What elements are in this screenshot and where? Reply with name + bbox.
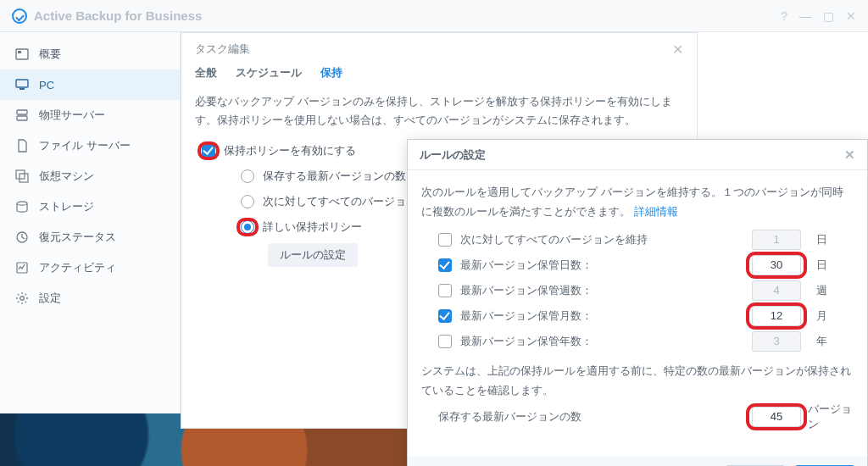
rule-unit: 日: [810, 258, 854, 273]
keep-latest-row: 保存する最新バージョンの数 45 バージョン: [421, 404, 854, 430]
rule-value-input[interactable]: 30: [752, 255, 801, 275]
maximize-icon[interactable]: ▢: [823, 9, 834, 23]
rule-value-input[interactable]: 1: [752, 230, 801, 250]
svg-rect-7: [19, 174, 28, 182]
system-note: システムは、上記の保持ルールを適用する前に、特定の数の最新バージョンが保持されて…: [421, 361, 854, 401]
modal-title: タスク編集: [195, 42, 250, 57]
rule-checkbox[interactable]: [438, 233, 452, 247]
close-icon[interactable]: ✕: [672, 42, 683, 58]
sidebar-item-activity[interactable]: アクティビティ: [0, 252, 180, 283]
task-tabs: 全般 スケジュール 保持: [181, 65, 697, 92]
svg-point-11: [20, 297, 25, 301]
activity-icon: [15, 261, 29, 275]
svg-point-8: [17, 202, 27, 205]
radio-keep-all-before[interactable]: [241, 195, 254, 208]
vm-icon: [15, 169, 29, 183]
rule-row-days[interactable]: 最新バージョン保管日数： 30 日: [421, 252, 854, 278]
tab-schedule[interactable]: スケジュール: [236, 65, 302, 84]
rule-checkbox[interactable]: [438, 284, 452, 297]
rule-label: 最新バージョン保管週数：: [460, 283, 743, 298]
keep-latest-label: 保存する最新バージョンの数: [438, 409, 752, 424]
radio-label: 保存する最新バージョンの数: [263, 169, 406, 184]
sidebar-item-file-server[interactable]: ファイル サーバー: [0, 130, 180, 161]
rule-row-all-before[interactable]: 次に対してすべてのバージョンを維持 1 日: [421, 227, 854, 252]
dashboard-icon: [15, 47, 29, 61]
radio-keep-count[interactable]: [241, 169, 254, 183]
gear-icon: [15, 291, 29, 305]
rule-settings-modal: ルールの設定 ✕ 次のルールを適用してバックアップ バージョンを維持する。１つの…: [407, 139, 868, 466]
svg-rect-3: [19, 88, 25, 90]
keep-latest-input[interactable]: 45: [752, 407, 801, 427]
sidebar-item-overview[interactable]: 概要: [0, 39, 180, 69]
rule-unit: 週: [810, 283, 854, 298]
sidebar-item-label: 復元ステータス: [39, 230, 116, 245]
tab-general[interactable]: 全般: [195, 65, 217, 84]
svg-rect-5: [17, 116, 27, 120]
rule-row-weeks[interactable]: 最新バージョン保管週数： 4 週: [421, 278, 854, 303]
rule-rows: 次に対してすべてのバージョンを維持 1 日 最新バージョン保管日数： 30 日 …: [421, 227, 854, 354]
radio-label: 詳しい保持ポリシー: [263, 219, 362, 235]
app-logo-icon: [12, 8, 27, 24]
storage-icon: [15, 200, 29, 214]
help-icon[interactable]: ?: [781, 9, 787, 23]
close-icon[interactable]: ✕: [846, 9, 856, 23]
sidebar-item-label: アクティビティ: [39, 260, 116, 275]
keep-latest-unit: バージョン: [801, 402, 854, 432]
sidebar-item-virtual-machine[interactable]: 仮想マシン: [0, 161, 180, 191]
rule-checkbox[interactable]: [438, 309, 452, 323]
enable-retention-label: 保持ポリシーを有効にする: [224, 143, 356, 158]
rule-value-input[interactable]: 3: [752, 331, 801, 352]
details-link[interactable]: 詳細情報: [634, 205, 678, 218]
sidebar-item-label: ファイル サーバー: [39, 138, 131, 153]
rule-row-months[interactable]: 最新バージョン保管月数： 12 月: [421, 303, 854, 329]
svg-rect-0: [16, 49, 28, 59]
rule-intro: 次のルールを適用してバックアップ バージョンを維持する。１つのバージョンが同時に…: [421, 182, 854, 222]
rule-unit: 月: [810, 308, 854, 324]
sidebar-item-label: 概要: [39, 47, 61, 62]
sidebar-item-restore-status[interactable]: 復元ステータス: [0, 222, 180, 252]
rule-value-input[interactable]: 4: [752, 280, 801, 301]
sidebar-item-settings[interactable]: 設定: [0, 283, 180, 313]
sidebar-item-physical-server[interactable]: 物理サーバー: [0, 100, 180, 130]
rule-label: 最新バージョン保管月数：: [460, 308, 743, 324]
restore-icon: [15, 230, 29, 244]
file-icon: [15, 139, 29, 153]
sidebar-item-label: 仮想マシン: [39, 169, 94, 184]
svg-rect-6: [16, 170, 25, 179]
rule-label: 次に対してすべてのバージョンを維持: [460, 232, 743, 247]
desktop-icon: [15, 78, 29, 92]
rule-unit: 年: [810, 334, 854, 349]
app-title: Active Backup for Business: [34, 8, 202, 23]
close-icon[interactable]: ✕: [844, 147, 855, 163]
rule-modal-title: ルールの設定: [420, 147, 486, 163]
rule-label: 最新バージョン保管年数：: [460, 334, 743, 349]
tab-retention[interactable]: 保持: [320, 65, 342, 84]
sidebar: 概要 PC 物理サーバー ファイル サーバー 仮想マシン ストレージ: [0, 32, 181, 466]
sidebar-item-pc[interactable]: PC: [0, 69, 180, 100]
rule-value-input[interactable]: 12: [752, 306, 801, 326]
svg-rect-1: [18, 51, 21, 53]
rule-row-years[interactable]: 最新バージョン保管年数： 3 年: [421, 329, 854, 354]
minimize-icon[interactable]: —: [799, 9, 811, 23]
rule-checkbox[interactable]: [438, 258, 452, 272]
retention-description: 必要なバックアップ バージョンのみを保持し、ストレージを解放する保持ポリシーを有…: [181, 92, 697, 138]
rule-unit: 日: [810, 232, 854, 247]
rule-label: 最新バージョン保管日数：: [460, 258, 743, 273]
rule-settings-button[interactable]: ルールの設定: [268, 243, 358, 267]
sidebar-item-label: PC: [39, 79, 54, 92]
server-icon: [15, 108, 29, 122]
sidebar-item-label: 物理サーバー: [39, 108, 105, 123]
sidebar-item-storage[interactable]: ストレージ: [0, 191, 180, 222]
sidebar-item-label: 設定: [39, 291, 61, 306]
rule-checkbox[interactable]: [438, 335, 452, 348]
enable-retention-checkbox[interactable]: [202, 144, 215, 158]
svg-rect-4: [17, 110, 27, 114]
svg-rect-2: [16, 80, 28, 87]
titlebar: Active Backup for Business ? — ▢ ✕: [0, 0, 868, 32]
radio-detailed[interactable]: [241, 220, 254, 234]
sidebar-item-label: ストレージ: [39, 199, 94, 214]
